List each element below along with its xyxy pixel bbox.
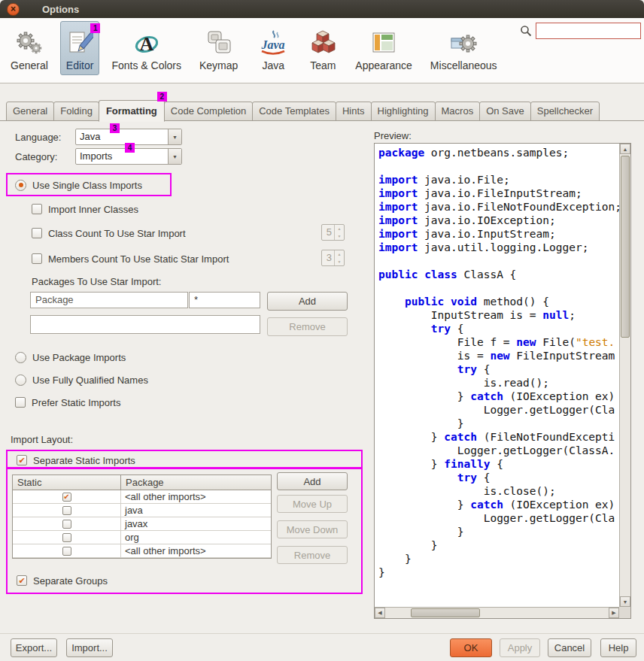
import-layout-row[interactable]: javax xyxy=(13,517,271,531)
checkbox-separate-static-imports[interactable]: Separate Static Imports xyxy=(17,454,135,466)
horizontal-scrollbar[interactable] xyxy=(375,607,619,618)
window-close-button[interactable] xyxy=(7,3,20,16)
static-checkbox[interactable] xyxy=(62,520,71,529)
tab-formatting[interactable]: 2 Formatting xyxy=(99,100,165,122)
static-cell xyxy=(13,531,121,544)
checkbox-icon[interactable] xyxy=(17,575,27,586)
import-layout-row[interactable]: org xyxy=(13,531,271,544)
checkbox-label: Import Inner Classes xyxy=(48,204,138,215)
tab-macros[interactable]: Macros xyxy=(435,102,481,121)
radio-use-fully-qualified-names[interactable]: Use Fully Qualified Names xyxy=(15,374,148,386)
tab-highlighting[interactable]: Highlighting xyxy=(371,102,436,121)
tab-code-templates[interactable]: Code Templates xyxy=(252,102,336,121)
package-cell[interactable]: java xyxy=(121,504,271,517)
apply-button[interactable]: Apply xyxy=(500,638,540,657)
tab-on-save[interactable]: On Save xyxy=(479,102,531,121)
spinner-arrows[interactable] xyxy=(334,250,344,265)
toolbar-item-editor[interactable]: 1 Editor xyxy=(60,21,100,75)
svg-text:A: A xyxy=(139,33,153,55)
tab-folding[interactable]: Folding xyxy=(53,102,99,121)
checkbox-prefer-static-imports[interactable]: Prefer Static Imports xyxy=(15,396,120,408)
checkbox-icon[interactable] xyxy=(32,228,42,238)
star-table-star-header[interactable]: * xyxy=(189,292,260,308)
search-input[interactable] xyxy=(536,23,641,39)
package-cell[interactable]: javax xyxy=(121,517,271,530)
static-checkbox[interactable] xyxy=(62,533,71,542)
import-layout-row[interactable]: java xyxy=(13,504,271,517)
layout-remove-button[interactable]: Remove xyxy=(277,546,348,564)
tab-spellchecker[interactable]: Spellchecker xyxy=(530,102,600,121)
star-remove-button[interactable]: Remove xyxy=(267,317,348,336)
checkbox-class-count-star-import[interactable]: Class Count To Use Star Import xyxy=(32,227,186,239)
import-layout-table-header: Static Package xyxy=(13,475,271,490)
radio-icon[interactable] xyxy=(15,180,26,191)
horizontal-scroll-thumb[interactable] xyxy=(411,608,480,617)
radio-use-single-class-imports[interactable]: Use Single Class Imports xyxy=(15,179,142,191)
tab-hints[interactable]: Hints xyxy=(336,102,372,121)
radio-icon[interactable] xyxy=(15,352,26,363)
class-count-spinner[interactable]: 5 xyxy=(321,224,345,241)
members-count-spinner[interactable]: 3 xyxy=(321,250,345,266)
package-cell[interactable]: <all other imports> xyxy=(121,544,271,557)
annotation-badge-3: 3 xyxy=(110,123,120,133)
spinner-down-icon[interactable] xyxy=(335,258,344,265)
package-column-header[interactable]: Package xyxy=(121,475,169,490)
layout-move-down-button[interactable]: Move Down xyxy=(277,520,348,538)
static-cell xyxy=(13,517,121,530)
toolbar-item-appearance[interactable]: Appearance xyxy=(349,21,418,75)
toolbar-item-general[interactable]: General xyxy=(5,21,54,75)
tab-general[interactable]: General xyxy=(6,102,54,121)
radio-use-package-imports[interactable]: Use Package Imports xyxy=(15,351,126,363)
static-checkbox[interactable] xyxy=(62,547,71,556)
checkbox-icon[interactable] xyxy=(17,455,27,465)
help-button[interactable]: Help xyxy=(600,638,636,657)
import-layout-row[interactable]: <all other imports> xyxy=(13,544,271,558)
toolbar-item-miscellaneous[interactable]: Miscellaneous xyxy=(424,21,503,75)
checkbox-label: Class Count To Use Star Import xyxy=(48,228,186,239)
annotation-badge-1: 1 xyxy=(90,23,100,33)
import-button[interactable]: Import... xyxy=(66,638,113,657)
scroll-down-icon[interactable] xyxy=(620,596,630,607)
tab-code-completion[interactable]: Code Completion xyxy=(164,102,253,121)
spinner-up-icon[interactable] xyxy=(335,225,344,232)
toolbar-item-fonts-colors[interactable]: A Fonts & Colors xyxy=(105,21,187,75)
cancel-button[interactable]: Cancel xyxy=(548,638,591,657)
spinner-up-icon[interactable] xyxy=(335,250,344,258)
scroll-left-icon[interactable] xyxy=(375,608,385,618)
scroll-right-icon[interactable] xyxy=(609,608,619,618)
vertical-scrollbar[interactable] xyxy=(619,144,630,607)
vertical-scroll-thumb[interactable] xyxy=(621,156,630,338)
layout-add-button[interactable]: Add xyxy=(277,472,348,490)
toolbar-item-java[interactable]: Java Java xyxy=(250,21,296,75)
star-table-package-header[interactable]: Package xyxy=(30,292,188,308)
spinner-down-icon[interactable] xyxy=(335,232,344,240)
language-value: Java xyxy=(76,129,168,144)
star-table-empty-row[interactable] xyxy=(30,315,260,334)
checkbox-icon[interactable] xyxy=(32,204,42,214)
static-checkbox[interactable] xyxy=(62,493,71,502)
checkbox-icon[interactable] xyxy=(32,253,42,264)
toolbar-item-label: Team xyxy=(310,59,336,71)
export-button[interactable]: Export... xyxy=(11,638,57,657)
checkbox-import-inner-classes[interactable]: Import Inner Classes xyxy=(32,203,138,215)
import-layout-table[interactable]: Static Package <all other imports>javaja… xyxy=(12,475,272,559)
radio-icon[interactable] xyxy=(15,374,26,386)
checkbox-separate-groups[interactable]: Separate Groups xyxy=(17,575,108,587)
static-checkbox[interactable] xyxy=(62,506,71,515)
static-column-header[interactable]: Static xyxy=(13,475,121,490)
toolbar-item-team[interactable]: Team xyxy=(302,21,343,75)
package-cell[interactable]: <all other imports> xyxy=(121,490,271,503)
preview-label: Preview: xyxy=(374,130,412,141)
ok-button[interactable]: OK xyxy=(450,638,492,657)
package-cell[interactable]: org xyxy=(121,531,271,544)
checkbox-members-count-static-star[interactable]: Members Count To Use Static Star Import xyxy=(32,253,229,265)
toolbar-item-keymap[interactable]: Keymap xyxy=(193,21,244,75)
layout-move-up-button[interactable]: Move Up xyxy=(277,495,348,513)
spinner-arrows[interactable] xyxy=(334,225,344,240)
import-layout-row[interactable]: <all other imports> xyxy=(13,490,271,504)
dialog-footer: Export... Import... OK Apply Cancel Help xyxy=(0,633,644,661)
star-add-button[interactable]: Add xyxy=(267,292,348,311)
checkbox-icon[interactable] xyxy=(15,397,26,408)
scroll-up-icon[interactable] xyxy=(620,144,630,154)
import-layout-table-body: <all other imports>javajavaxorg<all othe… xyxy=(13,490,271,558)
